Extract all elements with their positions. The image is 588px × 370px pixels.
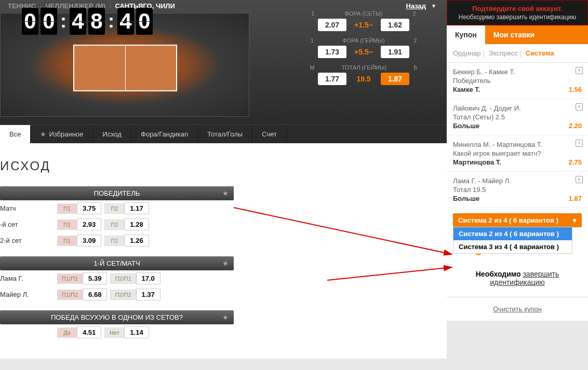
bet-button[interactable]: П21.28: [104, 218, 149, 230]
tab-score[interactable]: Счет: [252, 125, 287, 143]
tab-outcome[interactable]: Исход: [93, 125, 131, 143]
odds-label: Фора (Геймы): [342, 37, 384, 44]
slip-odd: 2.75: [569, 158, 582, 166]
slip-match: Минелла М. - Мартинцова Т.: [453, 141, 582, 148]
verify-message: Необходимо завершить идентификацию: [447, 259, 588, 297]
bet-type-selector: Ординар| Экспресс| Система: [447, 44, 588, 63]
market-row: МатчП13.75П21.17: [0, 200, 447, 216]
odds-label: 2: [413, 10, 416, 17]
tab-total[interactable]: Тотал/Голы: [198, 125, 252, 143]
colon-icon: :: [60, 10, 66, 32]
market-set-match: 1-й Сет/Матч★ Лама Г.П1/П15.39П2/П117.0М…: [0, 256, 447, 303]
slip-odd: 2.20: [569, 122, 582, 130]
bet-button[interactable]: Да4.51: [57, 326, 101, 338]
slip-match: Беккер Б. - Камке Т.: [453, 68, 582, 76]
verify-title: Подтвердите свой аккаунт.: [451, 5, 583, 12]
bet-button[interactable]: П12.93: [57, 218, 101, 230]
tab-handicap[interactable]: Фора/Гандикап: [131, 125, 198, 143]
system-option[interactable]: Система 2 из 4 ( 6 вариантов ): [453, 227, 572, 240]
odds-label: Тотал (Геймы): [342, 64, 386, 71]
total-value: 19.5: [351, 75, 377, 83]
verify-banner[interactable]: Подтвердите свой аккаунт. Необходимо зав…: [447, 0, 588, 25]
chevron-down-icon[interactable]: ▼: [431, 3, 436, 9]
market-tabs: Все ★Избранное Исход Фора/Гандикап Тотал…: [0, 125, 447, 143]
row-label: Майер Л.: [0, 291, 57, 298]
row-label: -й сет: [0, 221, 57, 228]
clear-coupon-link[interactable]: Очистить купон: [447, 297, 588, 321]
timer-digit: 4: [117, 8, 134, 35]
slip-odd: 1.87: [569, 195, 582, 202]
slip-market: Какой игрок выиграет матч?: [453, 149, 582, 157]
slip-item: ×Минелла М. - Мартинцова Т.Какой игрок в…: [447, 135, 588, 172]
system-select[interactable]: Система 2 из 4 ( 6 вариантов ) ▾: [453, 213, 582, 227]
quick-odds-panel: 1Фора (Сеты)2 2.07 +1.5− 1.62 1Фора (Гей…: [296, 10, 431, 91]
slip-pick: Мартинцова Т.: [453, 158, 501, 166]
remove-icon[interactable]: ×: [576, 67, 583, 74]
bet-button[interactable]: П13.75: [57, 202, 101, 214]
odds-label: 1: [311, 10, 314, 17]
type-express[interactable]: Экспресс: [489, 49, 518, 57]
market-header: Победитель★: [0, 186, 234, 200]
slip-market: Победитель: [453, 77, 582, 85]
slip-odd: 1.56: [569, 86, 582, 93]
bet-button[interactable]: Нет1.14: [104, 326, 149, 338]
remove-icon[interactable]: ×: [576, 103, 583, 111]
bet-button[interactable]: П21.26: [104, 235, 149, 246]
odds-button[interactable]: 1.62: [381, 19, 409, 31]
bet-button[interactable]: П1/П15.39: [57, 272, 107, 284]
colon-icon: :: [108, 10, 114, 32]
market-row: -й сетП12.93П21.28: [0, 216, 447, 232]
odds-label: 2: [413, 37, 417, 44]
slip-item: ×Беккер Б. - Камке Т.ПобедительКамке Т.1…: [447, 63, 588, 99]
system-option[interactable]: Система 3 из 4 ( 4 вариантов ): [453, 240, 572, 253]
odds-button[interactable]: 1.73: [318, 46, 346, 58]
remove-icon[interactable]: ×: [576, 140, 583, 147]
star-icon: ★: [40, 130, 46, 138]
bet-button[interactable]: П2/П21.37: [110, 289, 160, 300]
slip-pick: Больше: [453, 195, 479, 202]
coupon-tabs: Купон Мои ставки: [447, 25, 588, 44]
slip-pick: Больше: [453, 122, 479, 130]
timer-digit: 0: [22, 8, 38, 35]
odds-button[interactable]: 1.91: [381, 46, 409, 58]
bet-button[interactable]: П13.09: [57, 235, 101, 246]
verify-text: Необходимо завершить идентификацию: [451, 13, 583, 21]
odds-label: Фора (Сеты): [345, 10, 383, 17]
tab-my-bets[interactable]: Мои ставки: [485, 25, 543, 44]
odds-button[interactable]: 1.77: [318, 73, 346, 85]
tab-favorites[interactable]: ★Избранное: [31, 125, 93, 143]
match-timer: 0 0 : 4 8 : 4 0: [21, 8, 154, 35]
back-link[interactable]: Назад: [406, 2, 426, 10]
tab-all[interactable]: Все: [0, 125, 31, 143]
bet-button[interactable]: П2/П117.0: [110, 272, 160, 284]
odds-button-selected[interactable]: 1.87: [381, 73, 409, 85]
bet-button[interactable]: П21.17: [104, 202, 149, 214]
slip-pick: Камке Т.: [453, 86, 480, 93]
odds-button[interactable]: 2.07: [318, 19, 346, 31]
remove-icon[interactable]: ×: [576, 176, 583, 183]
row-label: 2-й сет: [0, 237, 57, 244]
type-system[interactable]: Система: [526, 49, 554, 57]
tab-coupon[interactable]: Купон: [447, 25, 485, 44]
slip-match: Лайович Д. - Додиг И.: [453, 104, 582, 112]
handicap-value: +1.5−: [351, 21, 377, 29]
row-label: Матч: [0, 204, 57, 212]
market-header: Победа всухую в одном из сетов?★: [0, 310, 234, 324]
odds-label: Б: [414, 64, 418, 71]
star-icon[interactable]: ★: [222, 313, 229, 321]
slip-item: ×Лама Г. - Майер Л.Тотал 19.5Больше1.87: [447, 172, 588, 208]
timer-digit: 0: [41, 8, 57, 35]
system-dropdown: Система 2 из 4 ( 6 вариантов ) Система 3…: [453, 227, 572, 254]
slip-market: Тотал (Сеты) 2.5: [453, 113, 582, 121]
slip-item: ×Лайович Д. - Додиг И.Тотал (Сеты) 2.5Бо…: [447, 99, 588, 135]
star-icon[interactable]: ★: [222, 259, 229, 267]
star-icon[interactable]: ★: [222, 189, 229, 197]
chevron-down-icon: ▾: [573, 216, 577, 224]
odds-label: М: [310, 64, 314, 71]
section-title: Исход: [0, 154, 447, 179]
bet-button[interactable]: П1/П26.68: [57, 289, 107, 300]
live-header: Теннис ‹ Челленджер (М) ‹ Сантьяго, Чили…: [0, 0, 447, 125]
timer-digit: 8: [88, 8, 105, 35]
timer-digit: 4: [70, 8, 86, 35]
type-single[interactable]: Ординар: [453, 49, 481, 57]
